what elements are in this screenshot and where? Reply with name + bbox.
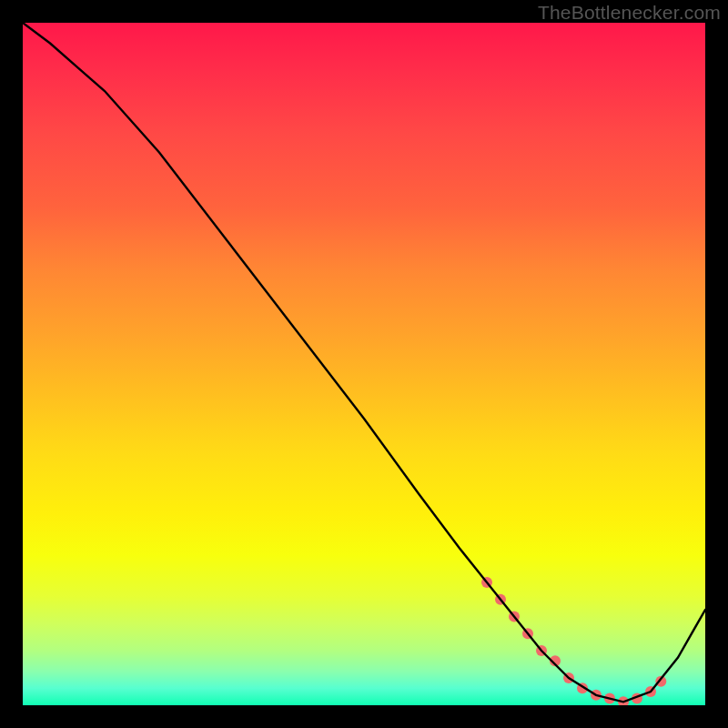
watermark-text: TheBottlenecker.com bbox=[538, 2, 721, 24]
bottleneck-curve bbox=[23, 23, 705, 702]
plot-area bbox=[23, 23, 705, 705]
marker-group bbox=[481, 577, 666, 705]
stage: TheBottlenecker.com bbox=[0, 0, 728, 728]
chart-svg bbox=[23, 23, 705, 705]
